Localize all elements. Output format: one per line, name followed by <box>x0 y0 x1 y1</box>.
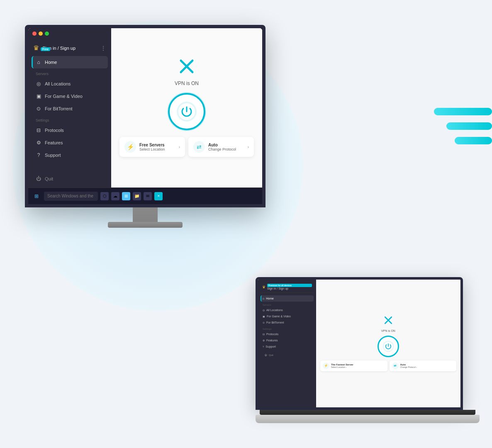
change-protocol-card[interactable]: ⇄ Auto Change Protocol › <box>188 137 254 157</box>
maximize-button[interactable] <box>45 32 49 36</box>
mini-protocol-icon: ⇄ <box>392 363 399 369</box>
taskbar-icon-4[interactable]: 📁 <box>133 192 141 200</box>
mini-signin-label: Sign in / Sign up <box>267 287 312 290</box>
sidebar-item-home[interactable]: ⌂ Home <box>32 56 108 68</box>
sidebar-item-support[interactable]: ? Support <box>32 149 108 161</box>
sidebar-item-bittorrent[interactable]: ⊙ For BitTorrent <box>32 102 108 115</box>
features-label: Features <box>45 140 63 145</box>
bottom-cards: ⚡ Free Servers Select Location › ⇄ Auto … <box>119 137 254 157</box>
mini-premium-badge: Premium for all devices <box>267 284 312 287</box>
mini-fastest-title: The Fastest Server <box>331 363 353 366</box>
mini-protocol-text: Auto Change Protocol › <box>400 363 417 368</box>
laptop-base <box>256 415 480 423</box>
mini-fastest-server-card[interactable]: ⚡ The Fastest Server Select Location › <box>320 360 387 371</box>
support-label: Support <box>45 153 61 158</box>
features-icon: ⚙ <box>36 140 41 146</box>
mini-bittorrent[interactable]: ⊙ For BitTorrent <box>261 319 314 326</box>
close-button[interactable] <box>32 32 37 36</box>
minimize-button[interactable] <box>39 32 43 36</box>
sidebar-item-all-locations[interactable]: ◎ All Locations <box>32 78 108 90</box>
quit-button[interactable]: ⏻ Quit <box>36 176 104 182</box>
mini-protocol-subtitle: Change Protocol › <box>400 366 417 368</box>
traffic-lights <box>28 28 111 39</box>
taskbar-icon-1[interactable]: ⬡ <box>100 192 109 200</box>
menu-dots-button[interactable]: ⋮ <box>100 45 106 51</box>
mini-quit-button[interactable]: ⏻ Quit <box>263 352 312 358</box>
vpn-status-text: VPN is ON <box>175 80 199 86</box>
mini-home-label: Home <box>266 297 274 300</box>
torrent-icon: ⊙ <box>36 106 41 112</box>
free-servers-subtitle: Select Location <box>139 147 175 151</box>
mini-power-svg <box>382 341 394 352</box>
free-servers-card[interactable]: ⚡ Free Servers Select Location › <box>119 137 185 157</box>
sidebar-item-features[interactable]: ⚙ Features <box>32 136 108 149</box>
signin-label[interactable]: Sign in / Sign up <box>42 46 97 51</box>
support-icon: ? <box>36 152 41 158</box>
deco-bar-3 <box>455 137 492 144</box>
sidebar-item-game-video[interactable]: ▣ For Game & Video <box>32 90 108 102</box>
taskbar-search[interactable] <box>44 192 98 201</box>
mini-sidebar: ♛ Premium for all devices Sign in / Sign… <box>258 280 316 407</box>
laptop-hinge <box>260 410 475 415</box>
quit-icon: ⏻ <box>36 176 41 182</box>
main-content: VPN is ON ⚡ Free Servers Sel <box>111 28 262 187</box>
taskbar-icon-3[interactable]: ⊞ <box>122 192 130 200</box>
mini-vpn-app: ♛ Premium for all devices Sign in / Sign… <box>258 280 460 407</box>
laptop-screen: ♛ Premium for all devices Sign in / Sign… <box>256 277 463 410</box>
game-video-label: For Game & Video <box>45 94 83 99</box>
mini-vpn-logo <box>384 316 392 326</box>
sidebar-navigation: ⌂ Home Servers ◎ All Locations ▣ For Gam… <box>28 56 111 172</box>
mini-game-video[interactable]: ▣ For Game & Video <box>261 313 314 319</box>
mini-bottom-cards: ⚡ The Fastest Server Select Location › ⇄… <box>320 360 456 371</box>
mini-vpn-status: VPN is ON <box>381 329 395 332</box>
protocol-title: Auto <box>208 143 244 147</box>
all-locations-label: All Locations <box>45 81 71 86</box>
mini-support[interactable]: ? Support <box>261 343 314 350</box>
free-servers-arrow: › <box>179 145 180 149</box>
mini-features[interactable]: ⚙ Features <box>261 337 314 343</box>
globe-icon: ◎ <box>36 81 41 87</box>
mini-protocols-icon: ⊟ <box>263 333 265 336</box>
mini-protocols[interactable]: ⊟ Protocols <box>261 331 314 337</box>
sidebar-footer: ⏻ Quit <box>28 172 111 187</box>
free-badge: Free <box>41 47 50 51</box>
taskbar: ⊞ ⬡ ☁ ⊞ 📁 ✉ ✕ <box>28 187 262 204</box>
monitor-screen: ♛ Free Sign in / Sign up ⋮ ⌂ Home Server… <box>25 25 265 207</box>
change-protocol-card-text: Auto Change Protocol <box>208 143 244 151</box>
mini-protocol-card[interactable]: ⇄ Auto Change Protocol › <box>390 360 457 371</box>
monitor-stand-neck <box>133 207 158 222</box>
decorative-bars <box>409 83 492 249</box>
deco-bar-2 <box>446 122 492 130</box>
mini-main-content: VPN is ON ⚡ The Fastest Server Select Lo… <box>316 280 460 407</box>
quit-label: Quit <box>45 176 53 181</box>
power-button[interactable] <box>168 93 205 130</box>
mini-crown-icon: ♛ <box>262 285 265 289</box>
sidebar-item-protocols[interactable]: ⊟ Protocols <box>32 124 108 136</box>
protocol-icon: ⇄ <box>193 141 205 153</box>
game-icon: ▣ <box>36 93 41 99</box>
servers-section-label: Servers <box>32 68 108 78</box>
taskbar-icon-5[interactable]: ✉ <box>144 192 152 200</box>
mini-power-button[interactable] <box>378 336 399 357</box>
settings-section-label: Settings <box>32 115 108 124</box>
home-icon: ⌂ <box>36 59 41 65</box>
free-servers-card-text: Free Servers Select Location <box>139 143 175 151</box>
mini-sidebar-home[interactable]: ⌂ Home <box>261 295 314 302</box>
mini-support-icon: ? <box>263 346 264 348</box>
deco-bar-1 <box>434 108 492 115</box>
protocols-label: Protocols <box>45 128 64 133</box>
free-servers-title: Free Servers <box>139 143 175 147</box>
bittorrent-label: For BitTorrent <box>45 106 73 111</box>
monitor: ♛ Free Sign in / Sign up ⋮ ⌂ Home Server… <box>25 25 265 228</box>
start-button[interactable]: ⊞ <box>32 191 41 201</box>
monitor-stand-assembly <box>25 207 265 228</box>
mini-fastest-server-text: The Fastest Server Select Location › <box>331 363 353 368</box>
vpn-app-window: ♛ Free Sign in / Sign up ⋮ ⌂ Home Server… <box>28 28 262 187</box>
mini-all-locations[interactable]: ◎ All Locations <box>261 307 314 313</box>
monitor-stand-base <box>108 222 183 228</box>
protocol-subtitle: Change Protocol <box>208 147 244 151</box>
sidebar: ♛ Free Sign in / Sign up ⋮ ⌂ Home Server… <box>28 28 111 187</box>
taskbar-icon-2[interactable]: ☁ <box>111 192 119 200</box>
taskbar-icon-vpn[interactable]: ✕ <box>154 192 163 200</box>
mini-game-icon: ▣ <box>263 315 265 318</box>
